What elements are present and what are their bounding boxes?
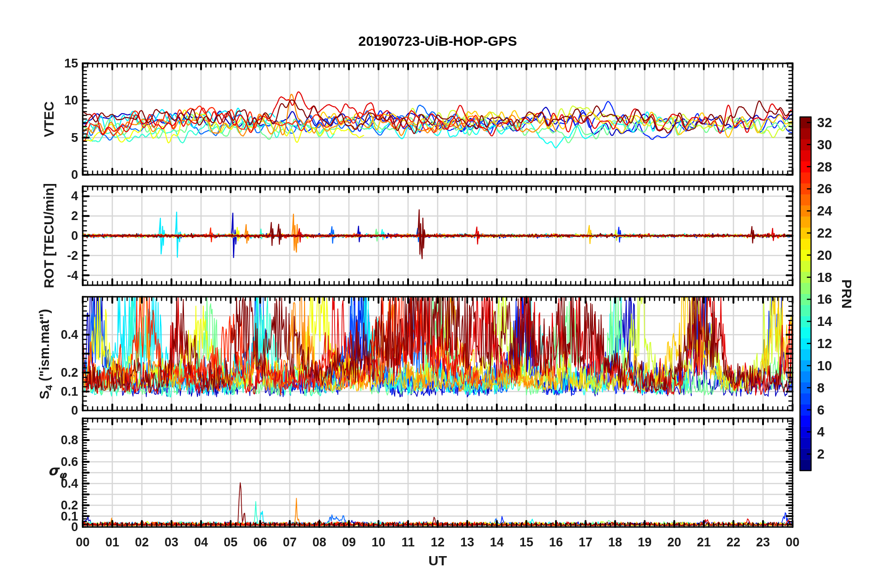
colorbar-tick-label: 12 [817,336,849,351]
y-tick-label: 4 [41,189,78,203]
colorbar-tick-label: 2 [817,446,849,462]
colorbar-tick-label: 16 [817,291,849,307]
colorbar-tick-label: 24 [817,203,849,219]
y-tick-label: 0.4 [41,477,78,490]
colorbar-tick-label: 20 [817,247,849,263]
y-tick-label: 2 [41,209,78,223]
x-tick-label: 01 [96,535,128,549]
y-tick-label: 0 [41,168,78,182]
x-tick-label: 15 [510,535,543,549]
x-tick-label: 19 [629,535,661,549]
x-tick-label: 17 [569,535,602,549]
figure: 20190723-UiB-HOP-GPS VTEC ROT [TECU/min]… [0,0,879,588]
colorbar-tick-label: 22 [817,225,849,241]
x-tick-label: 13 [451,535,483,549]
colorbar-tick-label: 4 [817,424,849,440]
x-tick-label: 20 [658,535,690,549]
x-axis-label: UT [83,553,793,569]
y-tick-label: 0.2 [41,498,78,512]
y-tick-label: 0 [41,404,78,417]
colorbar-tick-label: 14 [817,313,849,329]
colorbar-tick-label: 8 [817,380,849,396]
y-tick-label: 0.8 [41,433,78,447]
x-tick-label: 18 [599,535,631,549]
x-tick-label: 08 [303,535,336,549]
x-tick-label: 14 [481,535,513,549]
y-tick-label: 0.1 [41,385,78,398]
colorbar-tick-label: 28 [817,159,849,175]
y-tick-label: 10 [41,93,78,107]
x-tick-label: 12 [421,535,454,549]
y-tick-label: 0.4 [41,328,78,342]
x-tick-label: 03 [155,535,188,549]
x-tick-label: 22 [717,535,750,549]
x-tick-label: 10 [362,535,395,549]
chart-title: 20190723-UiB-HOP-GPS [83,33,793,49]
colorbar-tick-label: 18 [817,270,849,285]
x-tick-label: 06 [244,535,276,549]
x-tick-label: 09 [333,535,365,549]
x-tick-label: 21 [688,535,720,549]
y-tick-label: 0.2 [41,366,78,380]
x-tick-label: 02 [126,535,158,549]
colorbar-tick-label: 32 [817,115,849,130]
y-tick-label: -2 [41,249,78,263]
x-tick-label: 00 [776,535,809,549]
x-tick-label: 23 [747,535,779,549]
y-tick-label: 0.6 [41,455,78,469]
x-tick-label: 05 [214,535,247,549]
x-tick-label: 11 [392,535,424,549]
x-tick-label: 07 [274,535,306,549]
x-tick-label: 16 [540,535,572,549]
colorbar-tick-label: 10 [817,358,849,374]
colorbar-tick-label: 30 [817,137,849,153]
y-tick-label: -4 [41,269,78,282]
y-tick-label: 5 [41,131,78,145]
x-tick-label: 04 [185,535,217,549]
colorbar-tick-label: 6 [817,402,849,418]
y-tick-label: 0 [41,229,78,243]
x-tick-label: 00 [67,535,99,549]
colorbar-tick-label: 26 [817,181,849,196]
plot-canvas [0,0,879,588]
y-tick-label: 15 [41,56,78,70]
